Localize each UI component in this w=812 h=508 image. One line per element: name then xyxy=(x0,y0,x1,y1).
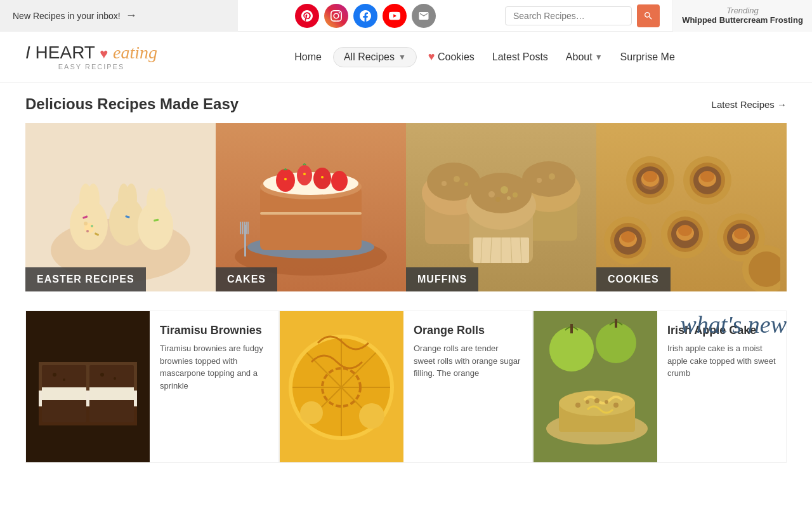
svg-point-6 xyxy=(91,225,93,227)
svg-point-124 xyxy=(594,398,599,403)
trending-box[interactable]: Trending Whipped Buttercream Frosting xyxy=(672,0,812,32)
logo-i: I xyxy=(25,43,36,62)
nav-home[interactable]: Home xyxy=(288,48,328,67)
svg-point-126 xyxy=(613,403,619,408)
orange-rolls-title: Orange Rolls xyxy=(414,324,522,337)
recipe-card-cakes[interactable]: CAKES xyxy=(216,123,406,291)
svg-point-51 xyxy=(488,191,495,197)
svg-point-111 xyxy=(359,403,384,429)
new-recipe-tiramisu[interactable]: Tiramisu Brownies Tiramisu brownies are … xyxy=(25,311,279,463)
about-chevron: ▼ xyxy=(595,53,603,62)
svg-point-54 xyxy=(495,197,501,202)
recipe-card-label-cakes: CAKES xyxy=(216,267,277,291)
latest-recipes-link[interactable]: Latest Recipes → xyxy=(712,99,787,110)
recipe-card-label-easter: EASTER RECIPES xyxy=(25,267,146,291)
logo-heart-icon: ♥ xyxy=(100,46,108,62)
nav-about[interactable]: About ▼ xyxy=(560,48,609,67)
svg-point-99 xyxy=(53,373,56,377)
svg-point-47 xyxy=(549,173,555,180)
svg-point-40 xyxy=(442,181,447,186)
svg-rect-97 xyxy=(42,387,86,400)
pinterest-icon[interactable] xyxy=(295,4,319,28)
recipe-grid: EASTER RECIPES xyxy=(25,123,787,291)
svg-point-41 xyxy=(454,176,460,182)
svg-point-10 xyxy=(126,184,137,213)
svg-rect-98 xyxy=(89,387,134,400)
tiramisu-title: Tiramisu Brownies xyxy=(160,324,268,337)
facebook-icon[interactable] xyxy=(353,4,377,28)
search-input[interactable] xyxy=(505,6,632,25)
svg-point-53 xyxy=(513,192,518,197)
svg-point-13 xyxy=(154,188,166,217)
logo-eating-text: eating xyxy=(113,43,157,62)
svg-rect-35 xyxy=(246,222,247,234)
nav-cookies[interactable]: ♥ Cookies xyxy=(422,46,481,67)
svg-point-110 xyxy=(300,401,323,424)
logo-heart-text: HEART xyxy=(36,43,95,62)
search-button[interactable] xyxy=(637,4,660,27)
recipe-card-cookies[interactable]: COOKIES xyxy=(596,123,787,291)
svg-point-87 xyxy=(734,228,748,239)
logo[interactable]: I HEART ♥ eating EASY RECIPES xyxy=(25,44,157,70)
new-recipe-apple-cake[interactable]: Irish Apple Cake Irish apple cake is a m… xyxy=(533,311,787,463)
svg-point-42 xyxy=(464,182,468,186)
tiramisu-image xyxy=(26,311,150,463)
svg-point-50 xyxy=(471,173,532,213)
recipe-card-muffins[interactable]: MUFFINS xyxy=(406,123,596,291)
nav-all-recipes[interactable]: All Recipes ▼ xyxy=(333,47,417,67)
new-recipe-orange-rolls[interactable]: Orange Rolls Orange rolls are tender swe… xyxy=(279,311,533,463)
svg-rect-34 xyxy=(244,222,245,234)
whats-new-grid: Tiramisu Brownies Tiramisu brownies are … xyxy=(25,311,787,463)
svg-point-5 xyxy=(84,222,88,225)
newsletter-text: New Recipes in your inbox! xyxy=(13,11,121,21)
svg-rect-33 xyxy=(242,222,243,234)
orange-rolls-image xyxy=(280,311,403,463)
section-header: Delicious Recipes Made Easy Latest Recip… xyxy=(25,95,787,113)
recipe-card-label-muffins: MUFFINS xyxy=(406,267,478,291)
svg-point-3 xyxy=(87,184,100,215)
svg-point-101 xyxy=(100,373,104,377)
nav-surprise-me[interactable]: Surprise Me xyxy=(614,48,681,67)
svg-point-82 xyxy=(678,225,692,236)
main-nav: Home All Recipes ▼ ♥ Cookies Latest Post… xyxy=(183,46,787,67)
svg-rect-116 xyxy=(570,324,573,333)
svg-point-46 xyxy=(537,178,542,183)
svg-rect-30 xyxy=(260,212,362,215)
tiramisu-desc: Tiramisu brownies are fudgy brownies top… xyxy=(160,342,268,392)
recipe-card-easter[interactable]: EASTER RECIPES xyxy=(25,123,216,291)
svg-rect-118 xyxy=(615,319,617,328)
svg-point-72 xyxy=(700,171,714,182)
orange-rolls-desc: Orange rolls are tender sweet rolls with… xyxy=(414,342,522,380)
main-content: Delicious Recipes Made Easy Latest Recip… xyxy=(0,83,812,476)
svg-point-102 xyxy=(114,377,116,380)
youtube-icon[interactable] xyxy=(383,4,407,28)
svg-point-7 xyxy=(86,230,89,232)
trending-title: Whipped Buttercream Frosting xyxy=(682,15,803,25)
apple-cake-image xyxy=(534,311,657,463)
newsletter-banner[interactable]: New Recipes in your inbox! → xyxy=(0,0,238,32)
nav-latest-posts[interactable]: Latest Posts xyxy=(486,48,554,67)
search-area xyxy=(492,4,672,27)
svg-point-100 xyxy=(63,378,65,381)
svg-rect-32 xyxy=(240,222,241,234)
svg-point-29 xyxy=(321,176,324,178)
apple-cake-desc: Irish apple cake is a moist apple cake t… xyxy=(667,342,776,380)
svg-point-67 xyxy=(643,171,657,182)
section-title: Delicious Recipes Made Easy xyxy=(25,95,239,113)
apple-cake-title: Irish Apple Cake xyxy=(667,324,776,337)
social-icons-bar xyxy=(238,4,492,28)
newsletter-arrow: → xyxy=(126,9,137,22)
svg-point-123 xyxy=(586,400,589,404)
instagram-icon[interactable] xyxy=(324,4,348,28)
svg-point-77 xyxy=(621,231,635,243)
svg-point-125 xyxy=(605,400,608,404)
svg-point-117 xyxy=(596,323,636,363)
recipe-card-label-cookies: COOKIES xyxy=(596,267,671,291)
navbar: I HEART ♥ eating EASY RECIPES Home All R… xyxy=(0,32,812,83)
email-icon[interactable] xyxy=(412,4,436,28)
svg-point-28 xyxy=(303,173,306,175)
apple-cake-content: Irish Apple Cake Irish apple cake is a m… xyxy=(657,311,786,462)
svg-rect-36 xyxy=(247,222,249,234)
all-recipes-chevron: ▼ xyxy=(398,53,406,62)
svg-point-122 xyxy=(575,403,580,408)
